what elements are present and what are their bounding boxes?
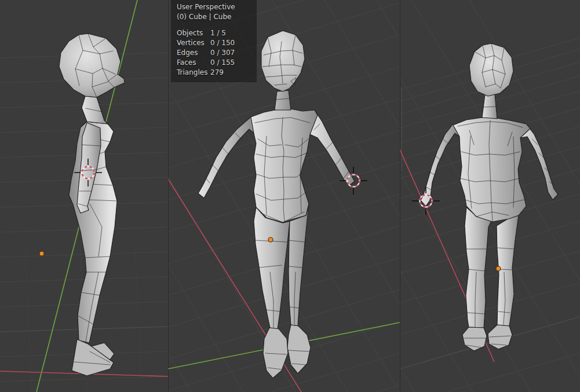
origin-dot [268, 237, 273, 242]
stats-spacer [177, 22, 252, 28]
panel-divider [168, 0, 169, 392]
view-perspective-label: User Perspective [177, 2, 252, 12]
stat-row-faces: Faces 0 / 155 [177, 58, 252, 68]
stat-row-vertices: Vertices 0 / 150 [177, 38, 252, 48]
stat-row-triangles: Triangles 279 [177, 68, 252, 78]
origin-dot [39, 251, 44, 256]
viewport-side-view[interactable] [0, 0, 168, 392]
stat-row-edges: Edges 0 / 307 [177, 48, 252, 58]
blender-viewport-composite: User Perspective (0) Cube | Cube Objects… [0, 0, 580, 392]
active-object-label: (0) Cube | Cube [177, 12, 252, 22]
stat-row-objects: Objects 1 / 5 [177, 28, 252, 38]
mesh-figure-side[interactable] [59, 34, 125, 376]
viewport-back-view[interactable] [400, 0, 580, 392]
viewport-stats-overlay: User Perspective (0) Cube | Cube Objects… [171, 0, 257, 82]
origin-dot [496, 266, 501, 271]
mesh-figure-front[interactable] [198, 31, 355, 378]
viewport-back-canvas[interactable] [400, 0, 580, 392]
viewport-side-canvas[interactable] [0, 0, 168, 392]
panel-divider [400, 0, 400, 392]
